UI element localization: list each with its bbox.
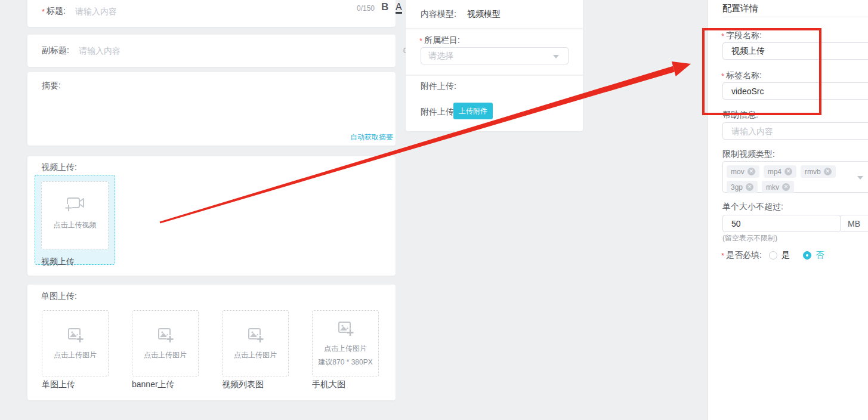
tag-name-label: 标签名称: bbox=[726, 70, 762, 81]
field-name-label: 字段名称: bbox=[726, 30, 762, 41]
model-panel: 内容模型: 视频模型 * 所属栏目: 请选择 附件上传: 附件上传: 上传附件 bbox=[406, 0, 583, 131]
video-upload-card: 视频上传: 点击上传视频 视频上传 bbox=[27, 156, 396, 276]
video-upload-section-label: 视频上传: bbox=[41, 162, 77, 173]
chevron-down-icon bbox=[553, 55, 559, 58]
radio-yes[interactable] bbox=[769, 251, 777, 260]
image-plus-icon bbox=[156, 326, 174, 344]
bold-button[interactable]: B bbox=[381, 1, 388, 13]
field-name-input[interactable] bbox=[730, 46, 868, 57]
video-type-tag: 3gp✕ bbox=[727, 181, 758, 193]
summary-card: 摘要: 0/100 自动获取摘要 bbox=[27, 72, 396, 146]
size-input[interactable] bbox=[730, 218, 833, 229]
banner-upload-box-label: banner上传 bbox=[132, 379, 175, 390]
mobile-large-image-box-hint: 建议870 * 380PX bbox=[318, 357, 372, 368]
subtitle-label: 副标题: bbox=[42, 45, 69, 56]
banner-upload-box-text: 点击上传图片 bbox=[144, 350, 187, 360]
category-select-placeholder: 请选择 bbox=[428, 51, 453, 61]
attachment-section-label: 附件上传: bbox=[421, 81, 456, 92]
video-upload-box-label: 视频上传 bbox=[41, 257, 75, 267]
title-input[interactable] bbox=[74, 6, 273, 17]
video-list-image-box-label: 视频列表图 bbox=[222, 379, 264, 390]
title-counter: 0/150 bbox=[357, 4, 375, 13]
content-model-value: 视频模型 bbox=[467, 9, 501, 20]
required-mark: * bbox=[42, 7, 45, 16]
image-plus-icon bbox=[246, 326, 264, 344]
tag-close-icon[interactable]: ✕ bbox=[782, 183, 790, 191]
divider bbox=[406, 75, 583, 76]
tag-close-icon[interactable]: ✕ bbox=[824, 168, 832, 175]
field-name-inputbox bbox=[722, 42, 868, 60]
font-color-button[interactable]: A bbox=[396, 2, 402, 14]
help-info-inputbox bbox=[722, 122, 868, 140]
divider bbox=[406, 28, 583, 29]
video-type-tag: mov✕ bbox=[727, 165, 759, 178]
subtitle-input[interactable] bbox=[78, 45, 277, 56]
auto-summary-link[interactable]: 自动获取摘要 bbox=[350, 132, 393, 143]
image-upload-box-label: 单图上传 bbox=[42, 379, 75, 390]
tag-close-icon[interactable]: ✕ bbox=[746, 183, 753, 191]
size-unit-value: MB bbox=[848, 219, 860, 228]
mobile-large-image-box-label: 手机大图 bbox=[312, 379, 345, 390]
required-mark: * bbox=[721, 251, 724, 260]
image-upload-box-text: 点击上传图片 bbox=[54, 350, 97, 360]
video-upload-box-text: 点击上传视频 bbox=[54, 220, 97, 230]
mobile-large-image-upload-box[interactable]: 点击上传图片 建议870 * 380PX bbox=[312, 310, 379, 376]
image-upload-card: 单图上传: 点击上传图片 单图上传 点击上传图片 b bbox=[27, 285, 396, 400]
summary-textarea[interactable] bbox=[69, 79, 382, 126]
size-inputbox bbox=[722, 215, 841, 232]
image-upload-box[interactable]: 点击上传图片 bbox=[42, 310, 109, 376]
tag-name-inputbox bbox=[722, 82, 868, 100]
config-panel: 配置详情 * 字段名称: * 标签名称: 帮助信息: 限制视频类型: mov✕ … bbox=[708, 0, 868, 420]
help-info-input[interactable] bbox=[730, 126, 868, 137]
attachment-field-label: 附件上传: bbox=[421, 107, 456, 118]
category-label: 所属栏目: bbox=[424, 35, 460, 46]
size-limit-label: 单个大小不超过: bbox=[722, 202, 783, 212]
required-mark: * bbox=[721, 32, 724, 41]
image-upload-section-label: 单图上传: bbox=[41, 291, 77, 302]
config-panel-title: 配置详情 bbox=[722, 3, 758, 14]
upload-attachment-button[interactable]: 上传附件 bbox=[453, 103, 493, 119]
tag-close-icon[interactable]: ✕ bbox=[784, 168, 792, 175]
video-upload-box[interactable]: 点击上传视频 视频上传 bbox=[35, 175, 115, 265]
size-unit-select[interactable]: MB bbox=[840, 215, 868, 232]
radio-no-label: 否 bbox=[816, 250, 824, 261]
divider bbox=[722, 17, 868, 17]
radio-yes-label: 是 bbox=[781, 250, 790, 261]
image-plus-icon bbox=[66, 326, 84, 344]
required-mark: * bbox=[419, 36, 422, 45]
mobile-large-image-box-text: 点击上传图片 bbox=[324, 344, 367, 354]
content-model-label: 内容模型: bbox=[421, 9, 456, 20]
page: * 标题: 0/150 B A 副标题: 0/50 摘要: 0/100 自动获取… bbox=[0, 0, 868, 420]
video-type-label: 限制视频类型: bbox=[722, 149, 775, 160]
tag-name-input[interactable] bbox=[730, 86, 868, 97]
chevron-down-icon bbox=[857, 176, 863, 180]
video-type-tag: mp4✕ bbox=[764, 165, 796, 178]
subtitle-card: 副标题: 0/50 bbox=[27, 35, 396, 67]
video-type-select[interactable]: mov✕ mp4✕ rmvb✕ 3gp✕ mkv✕ bbox=[722, 161, 868, 193]
image-plus-icon bbox=[336, 320, 354, 338]
video-type-tag: mkv✕ bbox=[762, 181, 794, 193]
help-info-label: 帮助信息: bbox=[722, 110, 758, 121]
video-camera-plus-icon bbox=[63, 195, 87, 214]
required-field-label: 是否必填: bbox=[726, 250, 762, 261]
radio-no[interactable] bbox=[803, 251, 811, 260]
video-list-image-upload-box[interactable]: 点击上传图片 bbox=[222, 310, 289, 376]
banner-upload-box[interactable]: 点击上传图片 bbox=[132, 310, 199, 376]
summary-label: 摘要: bbox=[42, 81, 61, 91]
tag-close-icon[interactable]: ✕ bbox=[747, 168, 755, 175]
category-select[interactable]: 请选择 bbox=[421, 47, 569, 64]
required-mark: * bbox=[721, 72, 724, 81]
video-list-image-box-text: 点击上传图片 bbox=[234, 350, 277, 360]
video-type-tag: rmvb✕ bbox=[801, 165, 836, 178]
title-label: 标题: bbox=[47, 6, 66, 17]
title-card: * 标题: 0/150 B A bbox=[27, 0, 396, 27]
size-hint: (留空表示不限制) bbox=[722, 233, 777, 243]
